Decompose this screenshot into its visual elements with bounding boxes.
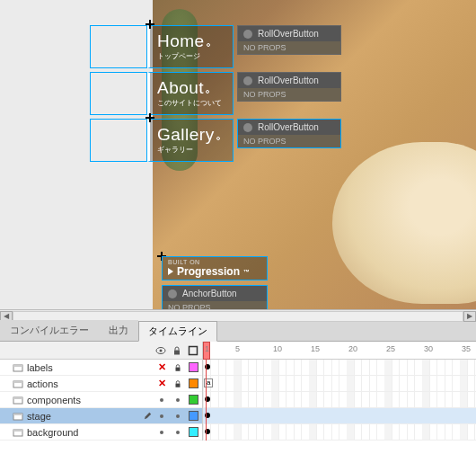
ruler-tick: 20 (348, 344, 357, 353)
outline-header-icon[interactable] (188, 345, 198, 356)
svg-point-1 (160, 349, 163, 352)
badge-name: Progression (177, 265, 240, 278)
frame-row[interactable] (203, 408, 476, 424)
visibility-header-icon[interactable] (155, 345, 166, 356)
svg-rect-13 (13, 414, 22, 415)
lock-header-icon[interactable] (172, 345, 182, 356)
progression-badge[interactable]: BUILT ON Progression™ (162, 256, 268, 280)
layer-icon (13, 411, 23, 422)
ruler-tick: 35 (462, 344, 471, 353)
play-icon (168, 268, 173, 275)
ruler-tick: 30 (424, 344, 433, 353)
component-props: NO PROPS (238, 135, 340, 147)
locked-icon[interactable] (173, 379, 182, 388)
nav-row-about: About このサイトについて (90, 72, 234, 115)
nav-button-about[interactable]: About このサイトについて (147, 72, 234, 115)
layer-column-headers (0, 342, 202, 359)
selection-cell (90, 119, 147, 162)
layer-icon (13, 378, 23, 389)
ruler-tick: 10 (273, 344, 282, 353)
panel-tabs: コンパイルエラー 出力 タイムライン (0, 322, 476, 342)
nav-row-home: Home トップページ (90, 25, 234, 68)
component-icon (243, 76, 252, 85)
frame-row[interactable] (203, 424, 476, 441)
visible-dot-icon[interactable] (160, 414, 163, 418)
component-name: RollOverButton (258, 122, 319, 132)
nav-button-gallery[interactable]: Gallery ギャラリー (147, 119, 234, 162)
locked-icon[interactable] (173, 363, 182, 372)
layer-icon (13, 362, 23, 373)
unlock-dot-icon[interactable] (176, 414, 180, 418)
component-name: RollOverButton (258, 29, 319, 39)
scroll-right-arrow[interactable]: ▶ (463, 311, 476, 322)
component-tag[interactable]: RollOverButton NO PROPS (237, 25, 341, 55)
ruler-tick: 15 (311, 344, 320, 353)
visible-dot-icon[interactable] (160, 431, 163, 434)
layer-color-swatch[interactable] (189, 427, 198, 437)
component-tag[interactable]: RollOverButton NO PROPS (237, 119, 341, 148)
nav-row-gallery: Gallery ギャラリー (90, 119, 234, 162)
layer-row[interactable]: labels✕ (0, 360, 202, 376)
layer-name: actions (27, 378, 153, 389)
layer-list: labels✕actions✕componentsstagebackground (0, 360, 202, 441)
layer-name: components (27, 395, 153, 405)
nav-title: About (157, 78, 204, 97)
timeline-ruler[interactable]: 1 5 10 15 20 25 30 35 (202, 342, 476, 359)
nav-subtitle: ギャラリー (157, 145, 225, 155)
component-props: NO PROPS (238, 41, 340, 54)
svg-rect-11 (13, 397, 22, 399)
svg-rect-9 (176, 383, 181, 387)
ruler-tick: 5 (235, 344, 240, 353)
svg-rect-3 (190, 346, 198, 354)
playhead-line (206, 360, 207, 441)
selection-cell (90, 72, 147, 115)
tab-compile-errors[interactable]: コンパイルエラー (0, 320, 99, 341)
layer-icon (13, 427, 23, 438)
timeline-panel: 1 5 10 15 20 25 30 35 labels✕actions✕com… (0, 342, 476, 454)
component-name: AnchorButton (182, 289, 237, 298)
layer-color-swatch[interactable] (189, 395, 198, 405)
layer-row[interactable]: components (0, 392, 202, 408)
hidden-icon[interactable]: ✕ (158, 378, 166, 389)
nav-subtitle: トップページ (157, 51, 225, 61)
layer-icon (13, 395, 23, 405)
nav-button-home[interactable]: Home トップページ (147, 25, 234, 68)
component-props: NO PROPS (238, 88, 340, 101)
unlock-dot-icon[interactable] (176, 431, 180, 434)
layer-color-swatch[interactable] (189, 411, 198, 421)
layer-color-swatch[interactable] (189, 362, 198, 372)
tab-output[interactable]: 出力 (99, 320, 138, 341)
component-icon (243, 123, 252, 132)
stage-area: Home トップページ About このサイトについて Gallery ギャラリ… (0, 0, 476, 322)
hidden-icon[interactable]: ✕ (158, 361, 166, 373)
svg-rect-6 (176, 367, 181, 370)
svg-rect-5 (13, 365, 22, 367)
frame-row[interactable] (203, 360, 476, 376)
selection-cell (90, 25, 147, 68)
svg-rect-8 (13, 381, 22, 383)
layer-name: background (27, 427, 153, 438)
layer-name: labels (27, 362, 153, 373)
ruler-tick: 25 (386, 344, 395, 353)
layer-color-swatch[interactable] (189, 378, 198, 388)
pencil-icon (143, 411, 153, 421)
layer-name: stage (27, 411, 139, 422)
layer-row[interactable]: stage (0, 408, 202, 424)
svg-rect-15 (13, 430, 22, 432)
nav-title: Gallery (157, 125, 215, 144)
component-name: RollOverButton (258, 76, 319, 85)
unlock-dot-icon[interactable] (176, 398, 180, 402)
registration-point-icon (145, 20, 154, 29)
tab-timeline[interactable]: タイムライン (138, 321, 217, 342)
badge-builton: BUILT ON (168, 259, 261, 265)
nav-subtitle: このサイトについて (157, 98, 225, 108)
visible-dot-icon[interactable] (160, 398, 163, 402)
frame-row[interactable]: a (203, 376, 476, 392)
frame-grid[interactable]: a (202, 360, 476, 441)
component-icon (168, 289, 177, 298)
layer-row[interactable]: background (0, 424, 202, 441)
component-tag[interactable]: RollOverButton NO PROPS (237, 72, 341, 102)
layer-row[interactable]: actions✕ (0, 376, 202, 392)
component-icon (243, 30, 252, 39)
frame-row[interactable] (203, 392, 476, 408)
